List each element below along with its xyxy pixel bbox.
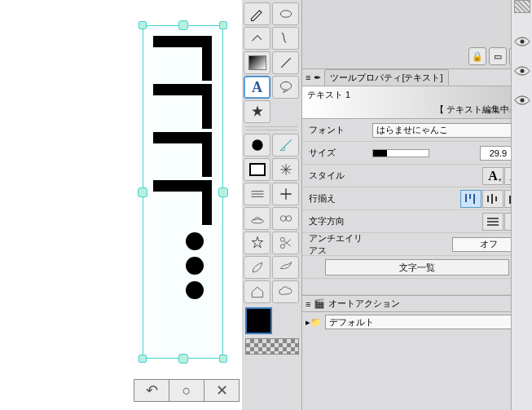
size-row: サイズ 29.9 ▲▼ xyxy=(302,142,532,165)
eraser-tool[interactable] xyxy=(272,2,299,25)
eye-icon[interactable] xyxy=(514,65,530,77)
menu-icon[interactable]: ≡ xyxy=(306,73,310,82)
text-glyphs xyxy=(153,36,214,299)
visibility-column xyxy=(511,0,532,410)
horizontal-button[interactable] xyxy=(482,213,503,231)
autoaction-label[interactable]: オートアクション xyxy=(328,298,400,310)
text-name-row: テキスト 1 A 【 テキスト編集中 】 xyxy=(302,86,532,119)
svg-point-31 xyxy=(520,40,524,44)
default-row: ▸📁 デフォルト ▼ xyxy=(302,312,532,332)
eye-icon[interactable] xyxy=(514,95,530,106)
brush-icon: ✒ xyxy=(314,73,321,83)
effect-tool[interactable] xyxy=(244,100,270,123)
svg-line-1 xyxy=(281,58,291,68)
hat-subtool[interactable] xyxy=(244,207,270,230)
svg-point-12 xyxy=(280,216,286,222)
handle-tm[interactable] xyxy=(178,20,188,30)
pencil-tool[interactable] xyxy=(244,2,270,25)
layer-icon[interactable]: ▭ xyxy=(489,47,507,65)
svg-point-2 xyxy=(280,82,291,90)
default-value: デフォルト xyxy=(329,316,374,328)
direction-row: 文字方向 ▾ xyxy=(302,210,532,233)
cancel-button[interactable]: ✕ xyxy=(204,380,239,401)
transparency-swatch[interactable] xyxy=(245,338,299,355)
border-subtool[interactable] xyxy=(244,158,270,181)
charlist-row: 文字一覧 xyxy=(302,256,532,279)
undo-button[interactable]: ↶ xyxy=(134,380,169,401)
glasses-subtool[interactable] xyxy=(272,207,299,230)
direction-label: 文字方向 xyxy=(309,215,367,227)
sparkle-subtool[interactable] xyxy=(272,158,299,181)
antialias-value: オフ xyxy=(480,238,498,250)
svg-point-0 xyxy=(280,11,291,17)
font-value: はらませにゃんこ xyxy=(376,124,448,136)
handle-bm[interactable] xyxy=(178,354,188,364)
scissors-subtool[interactable] xyxy=(272,231,299,254)
text-object-name: テキスト 1 xyxy=(307,90,350,99)
svg-point-3 xyxy=(252,139,262,150)
house-subtool[interactable] xyxy=(244,280,270,303)
bold-button[interactable]: A▾ xyxy=(482,167,503,185)
handle-mr[interactable] xyxy=(218,187,228,197)
gradient-tool[interactable] xyxy=(244,51,270,74)
default-dropdown[interactable]: デフォルト ▼ xyxy=(325,315,529,329)
svg-point-13 xyxy=(286,216,292,222)
speed-subtool[interactable] xyxy=(244,183,270,205)
autoaction-tab: ≡ 🎬 オートアクション xyxy=(302,295,532,312)
eye-icon[interactable] xyxy=(514,36,530,47)
cloud-subtool[interactable] xyxy=(272,280,299,303)
font-row: フォント はらませにゃんこ ▼ xyxy=(302,119,532,142)
tool-palette: A xyxy=(242,0,302,410)
handle-tr[interactable] xyxy=(219,21,227,29)
balloon-tool[interactable] xyxy=(272,76,299,99)
size-label: サイズ xyxy=(309,147,367,159)
ruler-subtool[interactable] xyxy=(272,134,299,157)
handle-bl[interactable] xyxy=(138,355,147,363)
handle-tl[interactable] xyxy=(138,21,147,29)
svg-point-11 xyxy=(251,219,263,223)
style-row: スタイル A▾ A xyxy=(302,165,532,187)
line-tool[interactable] xyxy=(272,51,299,74)
align-center-button[interactable] xyxy=(482,190,503,208)
text-tool[interactable]: A xyxy=(244,76,270,99)
separator xyxy=(246,126,297,130)
text-commit-bar: ↶ ○ ✕ xyxy=(134,379,240,402)
tab-label[interactable]: ツールプロパティ[テキスト] xyxy=(324,69,448,86)
clapper-icon: 🎬 xyxy=(314,298,325,309)
style-label: スタイル xyxy=(309,170,367,182)
property-panel: 🔒 ▭ 🗑 ≡ ✒ ツールプロパティ[テキスト] テキスト 1 A 【 テキスト… xyxy=(302,0,532,410)
align-label: 行揃え xyxy=(309,192,367,205)
tool-property-tab: ≡ ✒ ツールプロパティ[テキスト] xyxy=(302,69,532,86)
burst-subtool[interactable] xyxy=(244,134,270,157)
antialias-label: アンチエイリアス xyxy=(309,232,367,257)
color-swatch[interactable] xyxy=(245,307,272,334)
lock-icon[interactable]: 🔒 xyxy=(468,47,486,65)
folder-icon[interactable]: ▸📁 xyxy=(306,317,322,328)
align-row: 行揃え ▾ xyxy=(302,187,532,210)
star-subtool[interactable] xyxy=(244,231,270,254)
size-value: 29.9 xyxy=(490,148,507,158)
right-dock: A xyxy=(242,0,532,410)
editing-status: 【 テキスト編集中 】 xyxy=(435,104,521,116)
size-slider[interactable] xyxy=(372,149,429,157)
align-top-button[interactable] xyxy=(460,190,481,208)
canvas-area[interactable]: ↶ ○ ✕ xyxy=(0,0,242,410)
subtool-preview: 🔒 ▭ 🗑 xyxy=(302,0,532,69)
svg-point-33 xyxy=(520,99,524,103)
leaf-subtool[interactable] xyxy=(244,256,270,279)
blend-tool[interactable] xyxy=(244,27,270,50)
svg-point-32 xyxy=(520,69,524,73)
charlist-button[interactable]: 文字一覧 xyxy=(325,259,509,276)
handle-br[interactable] xyxy=(219,355,227,363)
handle-ml[interactable] xyxy=(138,187,147,197)
font-label: フォント xyxy=(309,124,367,136)
liquify-tool[interactable] xyxy=(272,27,299,50)
font-dropdown[interactable]: はらませにゃんこ ▼ xyxy=(372,123,525,138)
bird-subtool[interactable] xyxy=(272,256,299,279)
hatched-icon[interactable] xyxy=(514,0,530,13)
menu-icon[interactable]: ≡ xyxy=(306,299,310,309)
text-selection-box[interactable] xyxy=(143,25,223,359)
cross-subtool[interactable] xyxy=(272,183,299,205)
ok-button[interactable]: ○ xyxy=(169,380,204,401)
panel-footer xyxy=(302,279,532,295)
